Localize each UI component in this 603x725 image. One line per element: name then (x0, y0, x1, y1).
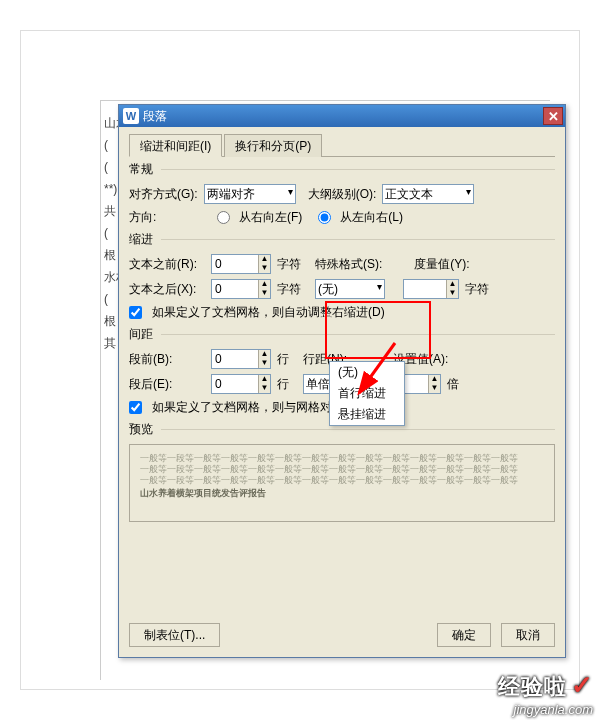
dialog-button-row: 制表位(T)... 确定 取消 (129, 623, 555, 647)
group-preview-label: 预览 (129, 421, 153, 438)
outline-label: 大纲级别(O): (308, 186, 377, 203)
space-before-label: 段前(B): (129, 351, 205, 368)
auto-adjust-label: 如果定义了文档网格，则自动调整右缩进(D) (152, 304, 385, 321)
watermark: 经验啦✓ jingyanla.com (498, 670, 593, 717)
spinner-buttons[interactable]: ▲▼ (258, 350, 270, 368)
spinner-buttons[interactable]: ▲▼ (446, 280, 458, 298)
unit-bei: 倍 (447, 376, 459, 393)
checkmark-icon: ✓ (571, 670, 593, 700)
text-after-spinner[interactable]: ▲▼ (211, 279, 271, 299)
paragraph-dialog: W 段落 ✕ 缩进和间距(I) 换行和分页(P) 常规 对齐方式(G): 大纲级… (118, 104, 566, 658)
group-spacing-label: 间距 (129, 326, 153, 343)
tab-line-page-breaks[interactable]: 换行和分页(P) (224, 134, 322, 157)
unit-line-1: 行 (277, 351, 289, 368)
close-button[interactable]: ✕ (543, 107, 563, 125)
auto-adjust-checkbox[interactable] (129, 306, 142, 319)
spinner-buttons[interactable]: ▲▼ (258, 280, 270, 298)
text-before-spinner[interactable]: ▲▼ (211, 254, 271, 274)
watermark-url: jingyanla.com (498, 702, 593, 717)
unit-char-3: 字符 (465, 281, 489, 298)
dropdown-option[interactable]: 首行缩进 (330, 383, 404, 404)
text-after-label: 文本之后(X): (129, 281, 205, 298)
dropdown-option[interactable]: 悬挂缩进 (330, 404, 404, 425)
titlebar: W 段落 ✕ (119, 105, 565, 127)
dialog-title: 段落 (143, 108, 543, 125)
group-indent: 缩进 (129, 231, 555, 248)
group-general-label: 常规 (129, 161, 153, 178)
special-format-label: 特殊格式(S): (315, 256, 382, 273)
preview-box: 一般等一段等一般等一般等一般等一般等一般等一般等一般等一般等一般等一般等一般等一… (129, 444, 555, 522)
spinner-buttons[interactable]: ▲▼ (258, 375, 270, 393)
direction-label: 方向: (129, 209, 201, 226)
direction-rtl-label: 从右向左(F) (239, 209, 302, 226)
cancel-button[interactable]: 取消 (501, 623, 555, 647)
direction-ltr-label: 从左向右(L) (340, 209, 403, 226)
group-spacing: 间距 (129, 326, 555, 343)
ok-button[interactable]: 确定 (437, 623, 491, 647)
alignment-label: 对齐方式(G): (129, 186, 198, 203)
tab-strip: 缩进和间距(I) 换行和分页(P) (129, 133, 555, 157)
tab-indent-spacing[interactable]: 缩进和间距(I) (129, 134, 222, 157)
snap-grid-checkbox[interactable] (129, 401, 142, 414)
preview-sample-text: 山水养着横架项目统发告评报告 (140, 488, 544, 499)
space-after-label: 段后(E): (129, 376, 205, 393)
unit-char-2: 字符 (277, 281, 301, 298)
space-after-spinner[interactable]: ▲▼ (211, 374, 271, 394)
spinner-buttons[interactable]: ▲▼ (258, 255, 270, 273)
unit-char-1: 字符 (277, 256, 301, 273)
outline-combo[interactable] (382, 184, 474, 204)
alignment-combo[interactable] (204, 184, 296, 204)
space-before-spinner[interactable]: ▲▼ (211, 349, 271, 369)
measure-spinner[interactable]: ▲▼ (403, 279, 459, 299)
unit-line-2: 行 (277, 376, 289, 393)
preview-line: 一般等一段等一般等一般等一般等一般等一般等一般等一般等一般等一般等一般等一般等一… (140, 475, 544, 486)
preview-line: 一般等一段等一般等一般等一般等一般等一般等一般等一般等一般等一般等一般等一般等一… (140, 453, 544, 464)
text-before-label: 文本之前(R): (129, 256, 205, 273)
dialog-body: 缩进和间距(I) 换行和分页(P) 常规 对齐方式(G): 大纲级别(O): 方… (119, 127, 565, 657)
special-format-dropdown[interactable]: (无)首行缩进悬挂缩进 (329, 361, 405, 426)
preview-line: 一般等一段等一般等一般等一般等一般等一般等一般等一般等一般等一般等一般等一般等一… (140, 464, 544, 475)
special-format-combo[interactable] (315, 279, 385, 299)
watermark-title: 经验啦 (498, 674, 567, 699)
measure-label: 度量值(Y): (414, 256, 469, 273)
group-general: 常规 (129, 161, 555, 178)
tabstops-button[interactable]: 制表位(T)... (129, 623, 220, 647)
app-icon: W (123, 108, 139, 124)
spinner-buttons[interactable]: ▲▼ (428, 375, 440, 393)
direction-rtl-radio[interactable] (217, 211, 230, 224)
dropdown-option[interactable]: (无) (330, 362, 404, 383)
direction-ltr-radio[interactable] (318, 211, 331, 224)
group-indent-label: 缩进 (129, 231, 153, 248)
